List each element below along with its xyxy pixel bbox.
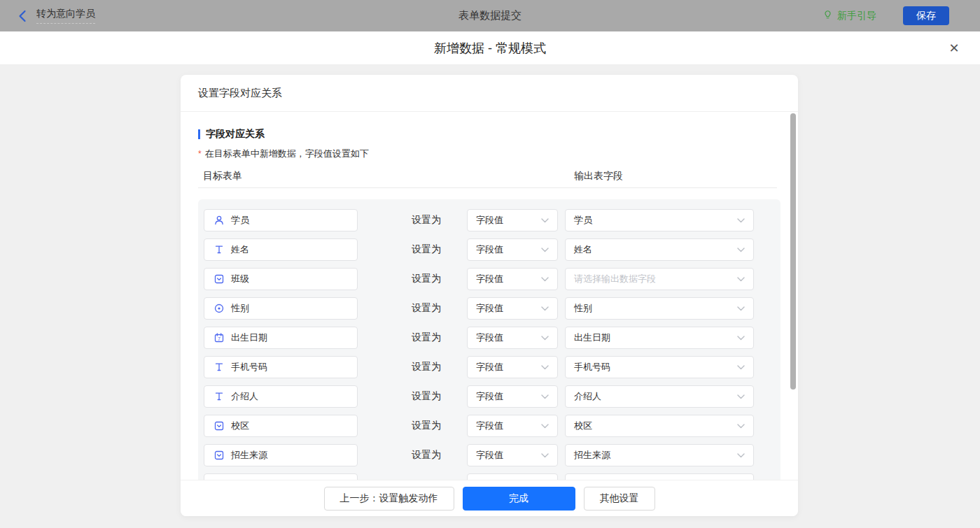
value-mode-select[interactable]: 字段值: [467, 385, 558, 408]
target-field-box: 姓名: [204, 238, 358, 261]
set-as-label: 设置为: [393, 273, 460, 285]
value-mode-value: 字段值: [476, 302, 503, 315]
value-mode-select[interactable]: 字段值: [467, 238, 558, 261]
chevron-down-icon: [737, 248, 745, 252]
svg-text:7: 7: [218, 336, 220, 341]
chevron-down-icon: [541, 424, 549, 429]
output-field-select[interactable]: [565, 473, 754, 480]
value-mode-select[interactable]: 字段值: [467, 356, 558, 378]
chevron-down-icon: [737, 365, 745, 370]
target-field-label: 介绍人: [231, 390, 258, 403]
chevron-down-icon: [541, 336, 549, 341]
field-mapping-row: 班级 设置为 字段值 请选择输出数据字段: [204, 268, 780, 290]
select-icon: [214, 420, 225, 431]
field-mapping-row: 校区 设置为 字段值 校区: [204, 415, 780, 437]
select-icon: [214, 450, 225, 461]
close-icon[interactable]: ✕: [946, 40, 962, 57]
select-icon: [214, 273, 225, 285]
chevron-down-icon: [541, 306, 549, 311]
value-mode-select[interactable]: 字段值: [467, 327, 558, 349]
chevron-down-icon: [541, 453, 549, 458]
output-field-value: 性别: [574, 302, 592, 315]
chevron-down-icon: [737, 306, 745, 311]
field-mapping-row: 姓名 设置为 字段值 姓名: [204, 238, 780, 261]
value-mode-value: 字段值: [476, 390, 503, 403]
target-field-label: 班级: [231, 273, 249, 285]
set-as-label: 设置为: [393, 361, 460, 373]
output-field-select[interactable]: 请选择输出数据字段: [565, 268, 754, 290]
value-mode-select[interactable]: 字段值: [467, 297, 558, 320]
card-footer: 上一步：设置触发动作 完成 其他设置: [181, 480, 798, 516]
calendar-icon: 7: [214, 332, 225, 343]
set-as-label: 设置为: [393, 390, 460, 403]
set-as-label: 设置为: [393, 331, 460, 344]
output-field-value: 介绍人: [574, 390, 601, 403]
section-title: 字段对应关系: [198, 128, 798, 141]
set-as-label: 设置为: [393, 420, 460, 432]
set-as-label: 设置为: [393, 302, 460, 315]
back-label: 转为意向学员: [36, 8, 95, 24]
output-field-select[interactable]: 性别: [565, 297, 754, 320]
beginner-guide-button[interactable]: 新手引导: [822, 9, 876, 23]
value-mode-select[interactable]: [467, 473, 558, 480]
output-field-value: 招生来源: [574, 449, 610, 462]
lightbulb-icon: [822, 9, 833, 23]
chevron-down-icon: [541, 365, 549, 370]
other-settings-button[interactable]: 其他设置: [584, 487, 655, 511]
previous-step-button[interactable]: 上一步：设置触发动作: [324, 487, 454, 511]
output-field-value: 学员: [574, 214, 592, 227]
output-field-select[interactable]: 介绍人: [565, 385, 754, 408]
chevron-down-icon: [737, 394, 745, 399]
output-field-select[interactable]: 校区: [565, 415, 754, 437]
target-field-box: 招生来源: [204, 444, 358, 466]
value-mode-value: 字段值: [476, 361, 503, 373]
value-mode-value: 字段值: [476, 243, 503, 256]
value-mode-select[interactable]: 字段值: [467, 209, 558, 231]
field-mapping-row: 手机号码 设置为 字段值 手机号码: [204, 356, 780, 378]
target-field-label: 学员: [231, 214, 249, 227]
column-header-output-fields: 输出表字段: [574, 170, 623, 183]
value-mode-value: 字段值: [476, 214, 503, 227]
save-button[interactable]: 保存: [903, 6, 949, 25]
target-field-box: 班级: [204, 268, 358, 290]
target-field-label: 手机号码: [231, 361, 267, 373]
chevron-down-icon: [541, 248, 549, 252]
back-button[interactable]: 转为意向学员: [18, 8, 95, 24]
chevron-down-icon: [737, 424, 745, 429]
target-field-label: 出生日期: [231, 331, 267, 344]
scrollbar-thumb[interactable]: [790, 113, 796, 390]
card-header: 设置字段对应关系: [181, 75, 798, 112]
output-field-select[interactable]: 学员: [565, 209, 754, 231]
target-field-label: 招生来源: [231, 449, 267, 462]
text-icon: [214, 244, 225, 255]
output-field-select[interactable]: 手机号码: [565, 356, 754, 378]
set-as-label: 设置为: [393, 214, 460, 227]
set-as-label: 设置为: [393, 243, 460, 256]
chevron-down-icon: [737, 277, 745, 282]
target-field-box: 手机号码: [204, 356, 358, 378]
output-field-select[interactable]: 出生日期: [565, 327, 754, 349]
chevron-down-icon: [737, 453, 745, 458]
beginner-guide-label: 新手引导: [837, 10, 876, 22]
target-field-box: [204, 473, 358, 480]
field-mapping-row-partial: [204, 473, 780, 480]
output-field-select[interactable]: 姓名: [565, 238, 754, 261]
target-field-label: 姓名: [231, 243, 249, 256]
value-mode-select[interactable]: 字段值: [467, 415, 558, 437]
target-field-box: 学员: [204, 209, 358, 231]
chevron-down-icon: [737, 218, 745, 223]
chevron-down-icon: [541, 394, 549, 399]
column-header-target-form: 目标表单: [203, 170, 242, 183]
value-mode-select[interactable]: 字段值: [467, 444, 558, 466]
modal-header: 新增数据 - 常规模式 ✕: [0, 31, 980, 65]
user-icon: [214, 215, 225, 226]
section-accent-bar: [198, 129, 200, 139]
output-field-value: 校区: [574, 420, 592, 432]
value-mode-select[interactable]: 字段值: [467, 268, 558, 290]
target-field-label: 校区: [231, 420, 249, 432]
field-mapping-row: 介绍人 设置为 字段值 介绍人: [204, 385, 780, 408]
done-button[interactable]: 完成: [463, 487, 575, 511]
chevron-down-icon: [541, 277, 549, 282]
target-field-box: 校区: [204, 415, 358, 437]
output-field-select[interactable]: 招生来源: [565, 444, 754, 466]
